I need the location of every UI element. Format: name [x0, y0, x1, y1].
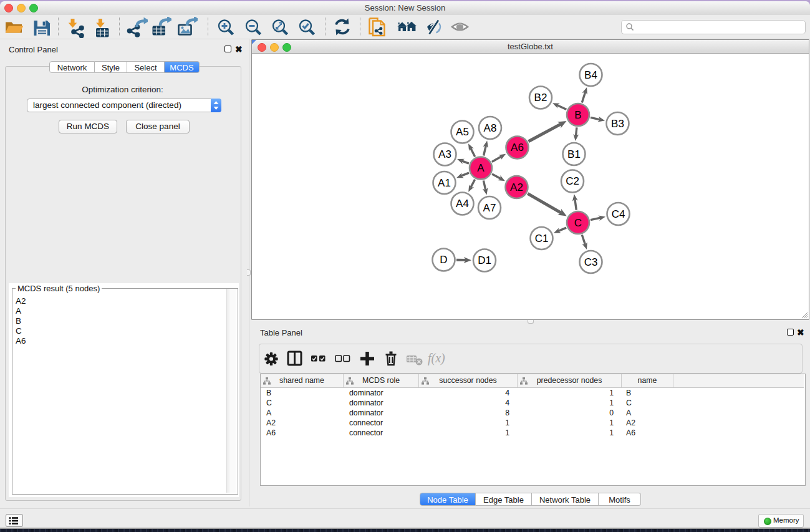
- svg-text:A5: A5: [456, 126, 469, 138]
- svg-text:C2: C2: [566, 175, 579, 187]
- svg-text:A4: A4: [456, 198, 469, 210]
- svg-text:C1: C1: [535, 233, 549, 244]
- svg-text:A8: A8: [484, 122, 497, 134]
- svg-text:C4: C4: [612, 208, 625, 220]
- svg-text:B: B: [574, 109, 581, 121]
- svg-text:A1: A1: [438, 177, 451, 189]
- svg-text:A2: A2: [510, 181, 523, 193]
- svg-text:B2: B2: [534, 92, 547, 104]
- svg-text:A7: A7: [483, 202, 496, 214]
- svg-text:C3: C3: [584, 256, 598, 268]
- svg-text:A3: A3: [438, 148, 451, 160]
- svg-text:B1: B1: [567, 148, 581, 160]
- svg-text:A6: A6: [511, 142, 524, 153]
- svg-text:D: D: [440, 254, 447, 266]
- svg-text:B3: B3: [611, 118, 624, 130]
- svg-text:A: A: [477, 162, 485, 174]
- svg-text:D1: D1: [478, 254, 491, 266]
- svg-text:B4: B4: [584, 69, 597, 81]
- svg-text:C: C: [574, 217, 582, 229]
